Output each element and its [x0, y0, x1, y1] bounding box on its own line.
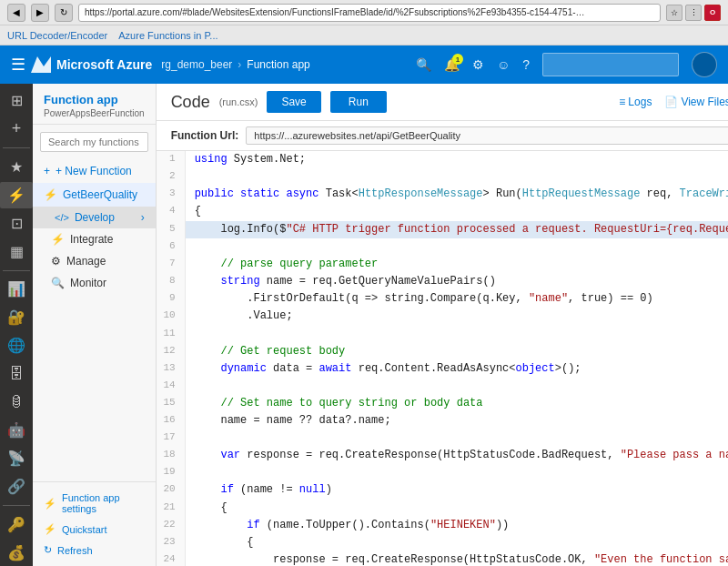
- function-item-getbeerquality[interactable]: ⚡ GetBeerQuality: [33, 183, 156, 207]
- sidebar-header: Function app PowerAppsBeerFunction: [33, 84, 156, 125]
- nav-item-develop[interactable]: </> Develop ›: [33, 207, 156, 228]
- code-line-12: 12 // Get request body: [157, 343, 728, 360]
- url-bar[interactable]: https://portal.azure.com/#blade/Websites…: [78, 4, 661, 22]
- rail-home-icon[interactable]: ⊞: [0, 87, 33, 114]
- hamburger-icon[interactable]: ☰: [11, 55, 25, 75]
- function-url-input[interactable]: [246, 126, 728, 145]
- rail-dashboard-icon[interactable]: ⊡: [0, 210, 33, 237]
- monitor-label: Monitor: [70, 277, 106, 289]
- bookmark-azure-functions[interactable]: Azure Functions in P...: [118, 30, 217, 41]
- code-title: Code: [171, 93, 210, 112]
- code-line-6: 6: [157, 238, 728, 256]
- breadcrumb: rg_demo_beer › Function app: [161, 58, 407, 71]
- code-editor[interactable]: 1 using System.Net; 2 3 public static as…: [157, 151, 728, 566]
- function-name: GetBeerQuality: [63, 188, 137, 201]
- function-settings-label: Function app settings: [62, 492, 145, 514]
- rail-security-icon[interactable]: 🔐: [0, 304, 33, 330]
- nav-item-integrate[interactable]: ⚡ Integrate: [33, 228, 156, 250]
- manage-icon: ⚙: [51, 255, 61, 268]
- rail-ai-icon[interactable]: 🤖: [0, 417, 33, 443]
- refresh-button[interactable]: ↻: [55, 4, 73, 22]
- settings-icon[interactable]: ⚙: [472, 57, 484, 72]
- nav-item-monitor[interactable]: 🔍 Monitor: [33, 272, 156, 294]
- code-line-22: 22 if (name.ToUpper().Contains("HEINEKEN…: [157, 517, 728, 534]
- code-line-2: 2: [157, 168, 728, 186]
- logs-link[interactable]: ≡ Logs: [619, 96, 652, 108]
- code-line-17: 17: [157, 430, 728, 447]
- new-function-label: + New Function: [56, 165, 132, 177]
- nav-item-manage[interactable]: ⚙ Manage: [33, 250, 156, 272]
- smiley-icon[interactable]: ☺: [497, 57, 510, 72]
- avatar[interactable]: [692, 52, 717, 77]
- rail-resources-icon[interactable]: ▦: [0, 238, 33, 265]
- code-line-9: 9 .FirstOrDefault(q => string.Compare(q.…: [157, 290, 728, 308]
- manage-label: Manage: [66, 255, 106, 268]
- svg-marker-0: [31, 56, 51, 73]
- azure-logo-icon: [31, 56, 51, 73]
- breadcrumb-parent[interactable]: rg_demo_beer: [161, 58, 232, 71]
- breadcrumb-separator: ›: [238, 58, 241, 71]
- settings-icon: ⚡: [44, 498, 56, 510]
- rail-functions-icon[interactable]: ⚡: [0, 182, 33, 208]
- code-line-14: 14: [157, 378, 728, 395]
- monitor-icon: 🔍: [51, 277, 65, 289]
- code-line-13: 13 dynamic data = await req.Content.Read…: [157, 360, 728, 378]
- rail-key-icon[interactable]: 🔑: [0, 511, 33, 538]
- sidebar-search-input[interactable]: [40, 132, 148, 152]
- back-button[interactable]: ◀: [7, 4, 25, 22]
- develop-arrow-icon: ›: [141, 211, 145, 224]
- code-line-4: 4 {: [157, 203, 728, 220]
- star-button[interactable]: ☆: [666, 5, 682, 21]
- rail-storage-icon[interactable]: 🗄: [0, 360, 33, 387]
- sidebar-bottom: ⚡ Function app settings ⚡ Quickstart ↻ R…: [33, 481, 156, 566]
- bookmark-url-decoder[interactable]: URL Decoder/Encoder: [7, 30, 107, 41]
- opera-button[interactable]: O: [704, 5, 721, 21]
- content-area: Code (run.csx) Save Run ≡ Logs 📄 View Fi…: [157, 84, 728, 566]
- code-line-15: 15 // Set name to query string or body d…: [157, 395, 728, 412]
- rail-iot-icon[interactable]: 📡: [0, 445, 33, 471]
- rail-plus-icon[interactable]: +: [0, 116, 33, 142]
- rail-monitor-icon[interactable]: 📊: [0, 276, 33, 302]
- search-icon[interactable]: 🔍: [416, 57, 431, 72]
- view-files-link[interactable]: 📄 View Files: [664, 96, 728, 108]
- forward-button[interactable]: ▶: [31, 4, 49, 22]
- run-button[interactable]: Run: [330, 91, 387, 113]
- code-line-8: 8 string name = req.GetQueryNameValuePai…: [157, 273, 728, 290]
- logs-icon: ≡: [619, 96, 625, 108]
- code-line-11: 11: [157, 326, 728, 343]
- notifications-icon[interactable]: 🔔 1: [444, 57, 460, 72]
- icon-rail: ⊞ + ★ ⚡ ⊡ ▦ 📊 🔐 🌐 🗄 🛢 🤖 📡 🔗 🔑 💰: [0, 84, 33, 566]
- function-url-bar: Function Url: ⧉: [157, 121, 728, 151]
- code-line-10: 10 .Value;: [157, 308, 728, 325]
- rail-cost-icon[interactable]: 💰: [0, 540, 33, 566]
- menu-button[interactable]: ⋮: [685, 5, 702, 21]
- code-line-3: 3 public static async Task<HttpResponseM…: [157, 186, 728, 203]
- quickstart-label: Quickstart: [62, 524, 107, 535]
- code-line-24: 24 response = req.CreateResponse(HttpSta…: [157, 551, 728, 566]
- help-icon[interactable]: ?: [522, 57, 530, 72]
- rail-integration-icon[interactable]: 🔗: [0, 473, 33, 500]
- sidebar-subtitle: PowerAppsBeerFunction: [44, 108, 145, 118]
- code-header: Code (run.csx) Save Run ≡ Logs 📄 View Fi…: [157, 84, 728, 121]
- sidebar-function-settings[interactable]: ⚡ Function app settings: [33, 488, 156, 519]
- sidebar-quickstart[interactable]: ⚡ Quickstart: [33, 519, 156, 540]
- rail-network-icon[interactable]: 🌐: [0, 332, 33, 359]
- code-line-19: 19: [157, 464, 728, 481]
- function-icon: ⚡: [44, 188, 57, 201]
- azure-logo: Microsoft Azure: [31, 56, 152, 73]
- header-search-input[interactable]: [542, 53, 679, 76]
- rail-separator-1: [3, 147, 30, 148]
- save-button[interactable]: Save: [267, 91, 320, 113]
- integrate-label: Integrate: [70, 233, 113, 246]
- new-function-button[interactable]: + + New Function: [33, 159, 156, 183]
- code-line-21: 21 {: [157, 500, 728, 517]
- code-line-23: 23 {: [157, 534, 728, 551]
- rail-db-icon[interactable]: 🛢: [0, 389, 33, 415]
- sidebar-refresh[interactable]: ↻ Refresh: [33, 540, 156, 561]
- azure-header: ☰ Microsoft Azure rg_demo_beer › Functio…: [0, 45, 728, 84]
- rail-favorites-icon[interactable]: ★: [0, 154, 33, 180]
- sidebar-title: Function app: [44, 93, 145, 108]
- code-header-right: ≡ Logs 📄 View Files ✓ Test 🔑 Keys: [619, 96, 728, 108]
- code-line-5: 5 log.Info($"C# HTTP trigger function pr…: [157, 221, 728, 238]
- code-line-20: 20 if (name != null): [157, 481, 728, 499]
